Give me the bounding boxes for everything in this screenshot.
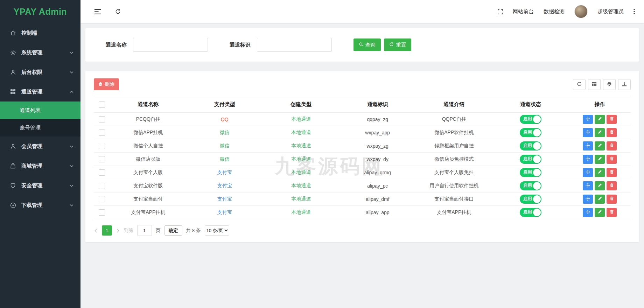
more-menu-icon[interactable]: [634, 9, 635, 14]
sidebar-item-control[interactable]: 控制端: [0, 23, 80, 43]
edit-button[interactable]: [595, 181, 605, 190]
chevron-down-icon: [70, 204, 74, 206]
select-all-checkbox[interactable]: [99, 102, 105, 108]
trash-icon: [610, 183, 614, 188]
edit-button[interactable]: [595, 128, 605, 137]
move-button[interactable]: [583, 115, 593, 124]
sidebar-item-permission[interactable]: 后台权限: [0, 62, 80, 82]
row-checkbox[interactable]: [99, 209, 105, 216]
pay-type-cell: 微信: [187, 126, 263, 139]
page-size-select[interactable]: 10 条/页: [205, 225, 229, 236]
status-toggle[interactable]: 启用: [520, 115, 541, 124]
delete-row-button[interactable]: [607, 155, 617, 164]
delete-row-button[interactable]: [607, 168, 617, 177]
table-header-row: 通道名称支付类型创建类型通道标识通道介绍通道状态操作: [94, 96, 631, 113]
channel-code-input[interactable]: [257, 38, 332, 52]
reset-button[interactable]: 重置: [384, 38, 411, 51]
fullscreen-icon[interactable]: [498, 9, 503, 14]
sidebar-item-channel[interactable]: 通道管理: [0, 82, 80, 102]
edit-button[interactable]: [595, 168, 605, 177]
sidebar-subitem-account[interactable]: 账号管理: [0, 119, 80, 136]
row-checkbox[interactable]: [99, 183, 105, 189]
topbar-left: [94, 9, 121, 14]
sidebar-item-mall[interactable]: 商城管理: [0, 156, 80, 176]
delete-row-button[interactable]: [607, 141, 617, 150]
refresh-page-icon[interactable]: [115, 9, 121, 14]
status-label: 启用: [523, 116, 532, 122]
sidebar-item-download[interactable]: 下载管理: [0, 195, 80, 215]
delete-row-button[interactable]: [607, 181, 617, 190]
sidebar-item-member[interactable]: 会员管理: [0, 136, 80, 156]
row-checkbox[interactable]: [99, 130, 105, 136]
move-button[interactable]: [583, 195, 593, 204]
trash-icon: [610, 130, 614, 135]
channel-table-panel: 删除 通道名称支付类型创建类型通道标识通道介绍通道状态操作 PCQQ自挂QQ本地…: [85, 71, 639, 242]
move-button[interactable]: [583, 168, 593, 177]
print-button[interactable]: [603, 79, 616, 90]
nav-site-frontend[interactable]: 网站前台: [513, 8, 534, 15]
sidebar-subitem-channel-list[interactable]: 通道列表: [0, 102, 80, 119]
row-checkbox[interactable]: [99, 196, 105, 202]
edit-button[interactable]: [595, 195, 605, 204]
move-button[interactable]: [583, 128, 593, 137]
move-button[interactable]: [583, 181, 593, 190]
refresh-table-button[interactable]: [573, 79, 586, 90]
move-button[interactable]: [583, 155, 593, 164]
status-toggle[interactable]: 启用: [520, 208, 541, 217]
sidebar-item-security[interactable]: 安全管理: [0, 176, 80, 195]
row-checkbox[interactable]: [99, 169, 105, 176]
avatar[interactable]: [574, 5, 588, 18]
export-icon: [622, 82, 627, 88]
nav-data-check[interactable]: 数据检测: [544, 8, 565, 15]
columns-filter-button[interactable]: [588, 79, 601, 90]
export-button[interactable]: [618, 79, 631, 90]
print-icon: [607, 82, 612, 88]
channel-code-cell: wxpay_dy: [340, 153, 416, 166]
edit-button[interactable]: [595, 208, 605, 217]
move-button[interactable]: [583, 141, 593, 150]
sidebar-item-label: 系统管理: [21, 49, 42, 56]
status-toggle[interactable]: 启用: [520, 181, 541, 190]
next-page-button[interactable]: [116, 229, 120, 233]
chevron-down-icon: [70, 71, 74, 74]
shop-icon: [10, 163, 16, 169]
gear-icon: [10, 49, 16, 56]
sidebar-item-system[interactable]: 系统管理: [0, 43, 80, 62]
edit-button[interactable]: [595, 155, 605, 164]
delete-row-button[interactable]: [607, 195, 617, 204]
grid-icon: [10, 89, 16, 95]
row-checkbox[interactable]: [99, 116, 105, 122]
channel-code-cell: alipay_app: [340, 206, 416, 219]
collapse-sidebar-icon[interactable]: [94, 9, 101, 14]
status-toggle[interactable]: 启用: [520, 195, 541, 204]
edit-icon: [598, 117, 602, 122]
row-checkbox[interactable]: [99, 156, 105, 162]
delete-row-button[interactable]: [607, 128, 617, 137]
channel-intro-cell: 微信店员免挂模式: [416, 153, 492, 166]
edit-icon: [598, 183, 602, 188]
delete-button[interactable]: 删除: [94, 78, 119, 90]
username[interactable]: 超级管理员: [597, 8, 624, 15]
confirm-page-button[interactable]: 确定: [164, 225, 182, 236]
column-header: 创建类型: [263, 96, 340, 113]
row-checkbox[interactable]: [99, 143, 105, 149]
status-toggle[interactable]: 启用: [520, 128, 541, 137]
prev-page-button[interactable]: [94, 229, 98, 233]
channel-name-cell: 支付宝APP挂机: [110, 206, 187, 219]
status-toggle[interactable]: 启用: [520, 168, 541, 177]
page-1-button[interactable]: 1: [102, 225, 112, 236]
edit-button[interactable]: [595, 115, 605, 124]
status-toggle[interactable]: 启用: [520, 141, 541, 150]
sidebar-item-label: 控制端: [21, 30, 37, 36]
row-actions: [583, 155, 617, 164]
status-toggle[interactable]: 启用: [520, 155, 541, 164]
shield-icon: [10, 182, 16, 189]
goto-page-input[interactable]: [137, 225, 152, 236]
delete-row-button[interactable]: [607, 208, 617, 217]
query-button[interactable]: 查询: [354, 38, 381, 51]
main-area: 网站前台 数据检测 超级管理员 通道名称 通道标识: [80, 0, 644, 308]
delete-row-button[interactable]: [607, 115, 617, 124]
channel-name-input[interactable]: [133, 38, 208, 52]
edit-button[interactable]: [595, 141, 605, 150]
move-button[interactable]: [583, 208, 593, 217]
